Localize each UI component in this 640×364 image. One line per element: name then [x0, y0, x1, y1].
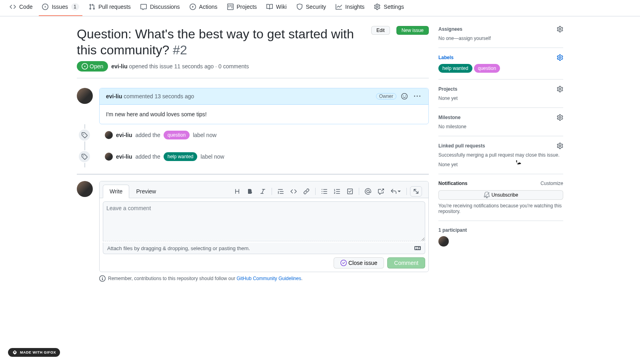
- labels-head[interactable]: Labels: [438, 54, 563, 61]
- nav-actions[interactable]: Actions: [186, 0, 221, 16]
- linked-title: Linked pull requests: [438, 143, 485, 149]
- linked-desc: Successfully merging a pull request may …: [438, 152, 563, 158]
- nav-discussions[interactable]: Discussions: [137, 0, 183, 16]
- nav-code-label: Code: [19, 4, 32, 10]
- ol-button[interactable]: [332, 186, 343, 197]
- issues-count: 1: [71, 3, 79, 10]
- tag-icon-wrap: [78, 150, 91, 163]
- nav-projects[interactable]: Projects: [224, 0, 260, 16]
- compose-avatar[interactable]: [77, 181, 93, 197]
- event-author[interactable]: evi-liu: [116, 132, 132, 138]
- react-button[interactable]: [400, 91, 409, 101]
- event-text: added the: [135, 153, 160, 160]
- reply-button[interactable]: [388, 186, 403, 197]
- label-pill[interactable]: question: [474, 64, 500, 73]
- bold-icon: [247, 188, 253, 195]
- nav-settings[interactable]: Settings: [371, 0, 407, 16]
- event-label[interactable]: question: [164, 131, 190, 139]
- gear-icon[interactable]: [557, 54, 563, 61]
- shield-icon: [296, 4, 303, 10]
- nav-prs[interactable]: Pull requests: [86, 0, 134, 16]
- comment-textarea[interactable]: [103, 201, 425, 241]
- labels-title: Labels: [438, 55, 454, 60]
- customize-link[interactable]: Customize: [540, 181, 563, 186]
- assignees-title: Assignees: [438, 26, 462, 32]
- link-button[interactable]: [301, 186, 312, 197]
- kebab-icon: [414, 93, 420, 99]
- projects-icon: [227, 4, 234, 10]
- label-pill[interactable]: help wanted: [438, 64, 472, 73]
- event-suffix: label now: [193, 132, 216, 138]
- new-issue-button[interactable]: New issue: [396, 26, 429, 35]
- code-icon: [290, 188, 297, 195]
- nav-projects-label: Projects: [237, 4, 257, 10]
- participant-avatar[interactable]: [438, 236, 449, 247]
- timeline-divider: [77, 174, 429, 175]
- discussions-icon: [140, 4, 147, 10]
- event-avatar[interactable]: [105, 153, 113, 161]
- guideline-suffix: .: [301, 276, 302, 281]
- expand-icon: [413, 188, 419, 195]
- italic-button[interactable]: [257, 186, 268, 197]
- actions-icon: [190, 4, 196, 10]
- nav-security[interactable]: Security: [293, 0, 330, 16]
- nav-security-label: Security: [306, 4, 326, 10]
- wiki-icon: [266, 4, 273, 10]
- ul-button[interactable]: [319, 186, 330, 197]
- mention-button[interactable]: [362, 186, 374, 197]
- fullscreen-button[interactable]: [410, 186, 422, 197]
- nav-wiki[interactable]: Wiki: [263, 0, 290, 16]
- code-button[interactable]: [288, 186, 299, 197]
- notifications-title: Notifications: [438, 181, 468, 186]
- event-avatar[interactable]: [105, 131, 113, 139]
- kebab-menu[interactable]: [412, 91, 422, 101]
- tab-write[interactable]: Write: [103, 185, 129, 198]
- milestone-title: Milestone: [438, 115, 460, 120]
- attach-hint[interactable]: Attach files by dragging & dropping, sel…: [103, 243, 425, 254]
- heading-button[interactable]: [232, 186, 243, 197]
- sidebar: Assignees No one—assign yourself Labels …: [438, 23, 563, 291]
- nav-issues[interactable]: Issues 1: [39, 0, 82, 16]
- tasklist-button[interactable]: [344, 186, 356, 197]
- quote-button[interactable]: [275, 186, 286, 197]
- nav-insights[interactable]: Insights: [332, 0, 368, 16]
- edit-button[interactable]: Edit: [371, 26, 390, 35]
- unsubscribe-button[interactable]: Unsubscribe: [438, 190, 563, 200]
- gear-icon[interactable]: [557, 26, 563, 32]
- comment-button[interactable]: Comment: [387, 257, 425, 269]
- event-author[interactable]: evi-liu: [116, 153, 132, 160]
- close-issue-button[interactable]: Close issue: [334, 257, 384, 269]
- issue-meta: Open evi-liu opened this issue 11 second…: [77, 61, 429, 78]
- italic-icon: [260, 188, 266, 195]
- gear-icon[interactable]: [557, 143, 563, 149]
- issue-author[interactable]: evi-liu: [111, 63, 127, 70]
- bold-button[interactable]: [244, 186, 256, 197]
- crossref-button[interactable]: [375, 186, 386, 197]
- projects-head[interactable]: Projects: [438, 86, 563, 92]
- markdown-icon: [414, 245, 421, 251]
- linked-head[interactable]: Linked pull requests: [438, 143, 563, 149]
- milestone-head[interactable]: Milestone: [438, 114, 563, 121]
- comment-avatar[interactable]: [77, 88, 93, 104]
- code-icon: [10, 4, 16, 10]
- assignees-head[interactable]: Assignees: [438, 26, 563, 32]
- tag-icon: [81, 132, 88, 138]
- gear-icon[interactable]: [557, 114, 563, 121]
- repo-nav: Code Issues 1 Pull requests Discussions …: [0, 0, 640, 16]
- nav-discussions-label: Discussions: [150, 4, 180, 10]
- tag-icon: [81, 153, 88, 160]
- nav-code[interactable]: Code: [6, 0, 36, 16]
- assign-yourself-link[interactable]: assign yourself: [459, 36, 491, 41]
- comment-body: I'm new here and would loves some tips!: [100, 105, 428, 124]
- guideline-link[interactable]: GitHub Community Guidelines: [237, 276, 301, 281]
- role-badge: Owner: [376, 93, 396, 99]
- event-label[interactable]: help wanted: [164, 152, 198, 161]
- event-suffix: label now: [200, 153, 224, 160]
- comment-author[interactable]: evi-liu: [106, 93, 122, 99]
- unsubscribe-label: Unsubscribe: [492, 192, 518, 198]
- tag-icon-wrap: [78, 129, 91, 141]
- gear-icon[interactable]: [557, 86, 563, 92]
- state-text: Open: [90, 63, 103, 70]
- tab-preview[interactable]: Preview: [129, 185, 163, 198]
- quote-icon: [278, 188, 284, 195]
